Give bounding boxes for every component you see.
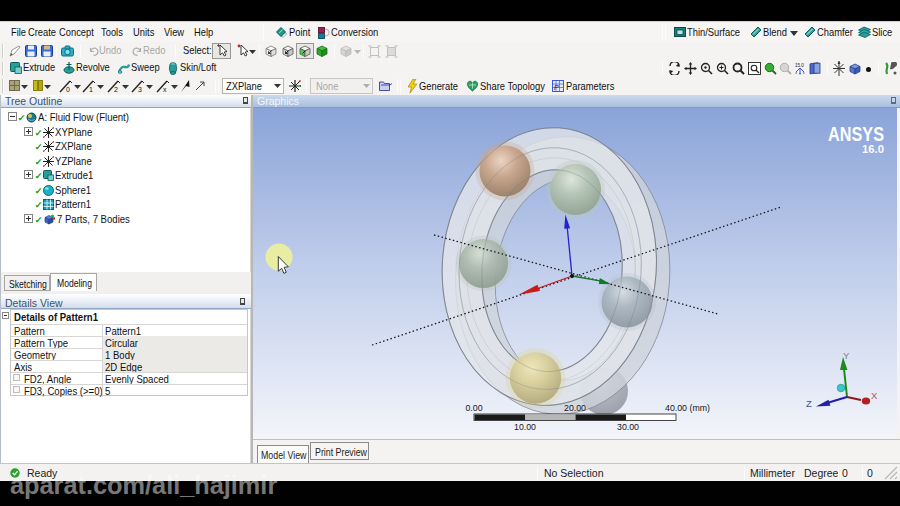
svg-text:P: P [554, 84, 559, 91]
svg-text:20.00: 20.00 [564, 403, 586, 413]
svg-text:0.00: 0.00 [465, 403, 482, 413]
svg-text:x: x [163, 86, 167, 93]
svg-text:2: 2 [114, 86, 118, 93]
svg-text:3: 3 [138, 86, 142, 93]
svg-text:10.00: 10.00 [514, 422, 536, 432]
svg-text:Z: Z [806, 398, 812, 409]
svg-text:16.0: 16.0 [862, 143, 884, 155]
svg-text:1: 1 [89, 86, 93, 93]
svg-text:15.0: 15.0 [795, 63, 804, 68]
svg-text:30.00: 30.00 [617, 422, 639, 432]
svg-text:X: X [871, 390, 878, 401]
svg-text:Y: Y [843, 350, 850, 361]
svg-text:40.00 (mm): 40.00 (mm) [665, 403, 710, 413]
svg-text:0: 0 [66, 86, 70, 93]
